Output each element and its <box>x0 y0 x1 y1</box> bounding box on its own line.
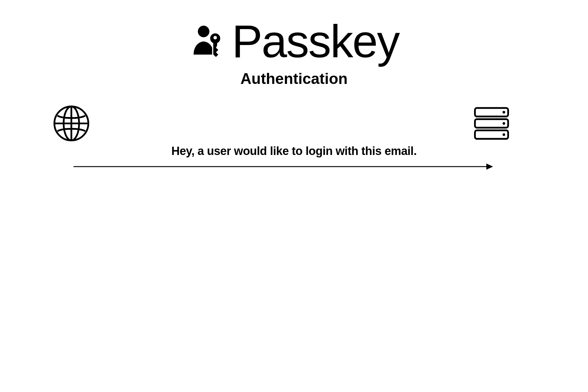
header: Passkey Authentication <box>0 18 588 88</box>
arrow-right-icon <box>74 163 493 172</box>
svg-point-2 <box>213 36 217 39</box>
page-title: Passkey <box>232 18 399 64</box>
auth-flow-diagram: Hey, a user would like to login with thi… <box>0 104 588 165</box>
svg-point-12 <box>503 133 505 136</box>
server-icon <box>472 104 511 144</box>
globe-icon <box>52 104 91 144</box>
svg-point-8 <box>503 111 505 114</box>
title-row: Passkey <box>189 18 399 64</box>
svg-marker-14 <box>486 164 493 170</box>
svg-point-10 <box>503 122 505 125</box>
svg-point-0 <box>198 26 209 37</box>
flow-step-label: Hey, a user would like to login with thi… <box>0 145 588 158</box>
passkey-icon <box>189 21 228 61</box>
page-subtitle: Authentication <box>240 70 348 88</box>
